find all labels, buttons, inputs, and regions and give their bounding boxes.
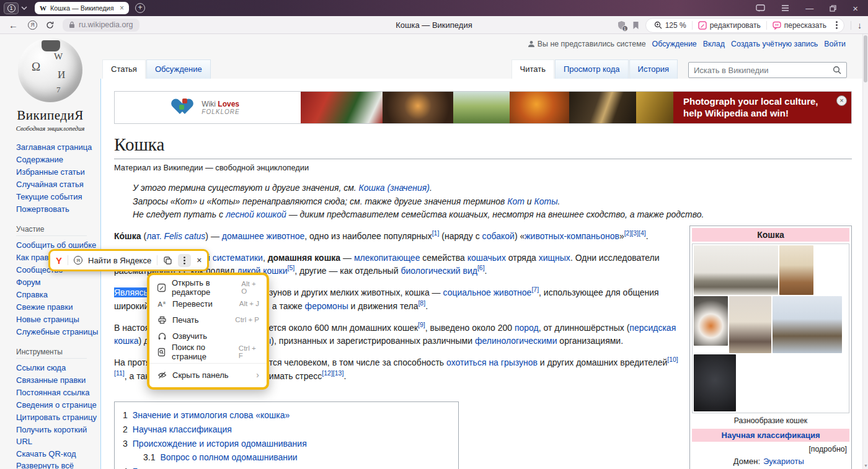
browser-tab[interactable]: W Кошка — Википедия × <box>35 2 129 14</box>
sidebar-link[interactable]: Получить короткий URL <box>16 424 100 447</box>
yandex-search-icon: Я <box>74 256 82 265</box>
cat-collage <box>692 243 849 413</box>
sidebar-panel-icon[interactable] <box>756 4 765 12</box>
scrollbar-thumb[interactable] <box>864 35 867 82</box>
sidebar-link[interactable]: Содержание <box>16 154 100 165</box>
sidebar-link[interactable]: Текущие события <box>16 191 100 203</box>
toc-link[interactable]: Значение и этимология слова «кошка» <box>133 410 290 420</box>
personal-link[interactable]: Создать учётную запись <box>731 40 818 48</box>
collage-caption: Разнообразие кошек <box>692 413 849 429</box>
edit-label: редактировать <box>710 21 761 30</box>
classification-header: Научная классификация <box>692 429 849 442</box>
edit-pencil-icon <box>698 21 707 30</box>
download-icon[interactable]: ↓ <box>857 20 862 30</box>
toc-link[interactable]: Вопрос о полном одомашнивании <box>160 452 297 462</box>
tab-list-chevron-icon[interactable] <box>21 6 27 10</box>
menu-item-open-editor[interactable]: Открыть в редакторе Alt + O <box>149 279 267 296</box>
wiki-search-box <box>688 62 847 78</box>
scrollbar-down-icon[interactable]: ▼ <box>864 463 868 468</box>
popup-close-icon[interactable]: × <box>197 255 202 265</box>
minimize-button[interactable]: — <box>805 4 813 13</box>
menu-item-hide-panel[interactable]: Скрыть панель › <box>149 367 267 383</box>
menu-item-print[interactable]: Печать Ctrl + P <box>149 312 267 328</box>
sidebar-link[interactable]: Связанные правки <box>16 375 100 386</box>
toc-link[interactable]: Происхождение и история одомашнивания <box>133 439 307 449</box>
sidebar-link[interactable]: Новые страницы <box>16 314 100 325</box>
personal-link[interactable]: Войти <box>824 40 846 48</box>
sidebar-link[interactable]: Заглавная страница <box>16 142 100 153</box>
address-bar[interactable]: ru.wikipedia.org <box>63 19 140 32</box>
zoom-level: 125 % <box>665 21 686 30</box>
sidebar-link[interactable]: Пожертвовать <box>16 204 100 215</box>
details-link[interactable]: [подробно] <box>692 442 849 455</box>
reload-button[interactable] <box>46 21 54 29</box>
taxobox-title: Кошка <box>692 228 849 242</box>
sidebar-link[interactable]: Постоянная ссылка <box>16 387 100 398</box>
table-of-contents: 1Значение и этимология слова «кошка» 2На… <box>114 401 459 469</box>
copy-icon[interactable] <box>163 256 172 265</box>
new-tab-button[interactable]: + <box>135 3 145 13</box>
protect-icon[interactable]: 1 <box>617 20 626 30</box>
taxonomy-link[interactable]: Эукариоты <box>763 455 804 468</box>
personal-link[interactable]: Обсуждение <box>652 40 697 48</box>
banner-close-icon[interactable]: × <box>836 95 847 106</box>
yandex-logo-icon[interactable]: Y <box>56 255 62 266</box>
wiki-search-input[interactable] <box>694 66 833 75</box>
banner-photo <box>569 92 636 123</box>
find-in-yandex-button[interactable]: Найти в Яндексе <box>88 256 151 265</box>
personal-link[interactable]: Вклад <box>703 40 725 48</box>
toc-row: 1Значение и этимология слова «кошка» <box>115 408 458 423</box>
menu-hamburger-icon[interactable] <box>781 5 789 11</box>
menu-item-voice[interactable]: Озвучить <box>149 328 267 344</box>
hatnotes: У этого термина существуют и другие знач… <box>133 182 852 222</box>
tab-article[interactable]: Статья <box>102 59 146 79</box>
zoom-control[interactable]: 125 % <box>649 21 692 30</box>
tab-close-icon[interactable]: × <box>120 4 124 12</box>
wikipedia-globe-logo[interactable]: Ω W И 7 <box>18 38 82 102</box>
toc-row: 3.1Вопрос о полном одомашнивании <box>115 450 458 465</box>
retell-label: пересказать <box>784 21 826 30</box>
sidebar-link[interactable]: Служебные страницы <box>16 327 100 338</box>
tab-view-source[interactable]: Просмотр кода <box>555 59 629 79</box>
sidebar-link[interactable]: Свежие правки <box>16 302 100 313</box>
pill-more-icon[interactable] <box>832 21 841 29</box>
sidebar-link[interactable]: Цитировать страницу <box>16 412 100 423</box>
banner-photo <box>301 92 383 123</box>
sidebar-section-tools: Инструменты Ссылки сюдаСвязанные правкиП… <box>0 348 100 469</box>
svg-text:я: я <box>163 300 166 304</box>
sidebar-link[interactable]: Развернуть всё <box>16 460 100 469</box>
page-scrollbar[interactable]: ▼ <box>862 34 868 469</box>
close-window-button[interactable]: × <box>852 3 858 14</box>
headphones-icon <box>157 331 167 341</box>
sidebar-link[interactable]: Случайная статья <box>16 179 100 190</box>
menu-item-translate[interactable]: Aя Перевести Alt + J <box>149 296 267 312</box>
edit-button[interactable]: редактировать <box>693 21 766 30</box>
sidebar-link[interactable]: Справка <box>16 289 100 300</box>
toc-link[interactable]: Биология <box>133 467 170 469</box>
cat-photo <box>694 296 728 346</box>
hatnote: Не следует путать с лесной кошкой — дики… <box>133 208 852 222</box>
wlf-banner[interactable]: Wiki Loves FOLKLORE Photograph your loca… <box>114 91 852 124</box>
tab-read[interactable]: Читать <box>512 59 554 79</box>
sidebar-link[interactable]: Сведения о странице <box>16 400 100 411</box>
toc-link[interactable]: Научная классификация <box>133 424 232 434</box>
search-icon[interactable] <box>833 66 841 74</box>
tab-discussion[interactable]: Обсуждение <box>146 59 211 79</box>
sidebar-link[interactable]: Форум <box>16 277 100 288</box>
sidebar-link[interactable]: Скачать QR-код <box>16 449 100 460</box>
cat-photo <box>694 354 736 411</box>
taxonomy-row: Домен: Эукариоты <box>692 455 849 468</box>
back-button[interactable]: ← <box>9 20 18 30</box>
yandex-services-icon[interactable]: Я <box>28 20 37 30</box>
banner-photo <box>636 92 673 123</box>
menu-item-find-on-page[interactable]: Поиск по странице Ctrl + F <box>149 344 267 360</box>
restore-button[interactable] <box>830 5 836 12</box>
sidebar-link[interactable]: Ссылки сюда <box>16 362 100 374</box>
popup-more-button[interactable] <box>178 254 191 267</box>
tab-history[interactable]: История <box>629 59 678 79</box>
sidebar-link[interactable]: Избранные статьи <box>16 167 100 178</box>
tab-count-button[interactable]: 1 <box>4 2 19 14</box>
retell-button[interactable]: пересказать <box>767 21 832 30</box>
bookmark-icon[interactable] <box>632 21 639 30</box>
personal-links: ОбсуждениеВкладСоздать учётную записьВой… <box>652 40 846 48</box>
